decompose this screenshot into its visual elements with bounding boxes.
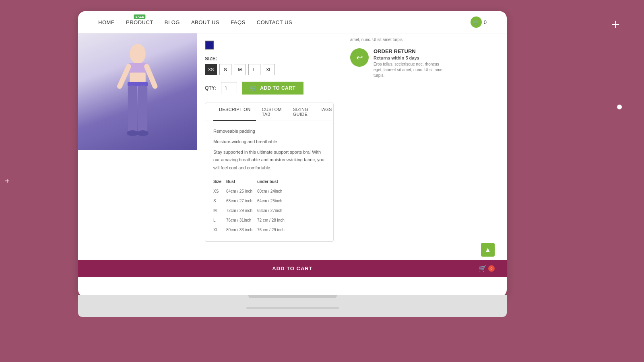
order-return-text: ORDER RETURN Returns within 5 days Eros … [374,48,446,78]
size-s[interactable]: S [219,64,231,75]
svg-rect-6 [128,86,137,133]
qty-label: QTY: [205,85,216,91]
sale-badge: SALE [134,14,145,19]
desc-bullet-3: Stay supported in this ultimate support … [213,148,325,172]
table-header-size: Size [213,177,226,187]
table-cell: 64cm / 25inch [257,196,289,206]
plus-icon-left: + [5,177,10,186]
product-image [78,33,197,150]
product-details: SIZE: XS S M L XL QTY: 🛒 ADD TO CART [197,33,342,297]
nav-blog[interactable]: BLOG [165,19,180,25]
svg-point-8 [127,130,138,136]
size-xs[interactable]: XS [205,64,217,75]
table-cell: 60cm / 24inch [257,187,289,196]
svg-rect-4 [130,72,145,83]
desc-bullet-2: Moisture-wicking and breathable [213,138,325,146]
tab-reviews[interactable]: REVIEWS [338,103,342,121]
table-cell: 68cm / 27 inch [226,196,257,206]
order-return-subtitle: Returns within 5 days [374,56,446,60]
size-table: Size Bust under bust XS64cm / 25 inch60c… [213,177,289,235]
product-image-section [78,33,197,297]
sticky-cart-wrap: 🛒 0 [479,265,495,272]
tab-description[interactable]: DESCRIPTION [213,103,256,121]
desc-bullet-1: Removeable padding [213,128,325,136]
sticky-cart-icon: 🛒 [479,265,487,272]
qty-row: QTY: 🛒 ADD TO CART [205,82,334,95]
size-xl[interactable]: XL [263,64,275,75]
laptop-container: HOME SALE PRODUCT BLOG ABOUT US FAQS CON… [78,11,507,317]
product-figure-svg [105,39,170,144]
color-swatch-blue[interactable] [205,41,214,49]
order-return-desc: Eros tellus, scelerisque nec, rhoncus eg… [374,62,446,78]
sticky-bar-label: ADD TO CART [272,265,312,272]
tab-tags[interactable]: TAGS [314,103,337,121]
sticky-cart-badge: 0 [488,265,495,272]
table-cell: 68cm / 27inch [257,206,289,216]
table-header-underbust: under bust [257,177,289,187]
table-row: L76cm / 31inch72 cm / 28 inch [213,216,289,225]
svg-line-2 [120,66,128,86]
nav-faqs[interactable]: FAQS [231,19,246,25]
tab-custom-tab[interactable]: CUSTOM TAB [256,103,287,121]
size-m[interactable]: M [234,64,246,75]
table-header-bust: Bust [226,177,257,187]
content-area: SIZE: XS S M L XL QTY: 🛒 ADD TO CART [78,33,507,297]
scroll-top-button[interactable]: ▲ [481,243,495,257]
tabs-row: DESCRIPTION CUSTOM TAB SIZING GUIDE TAGS… [205,103,333,121]
cart-icon: 🛒 [471,16,482,28]
table-row: XL80cm / 33 inch76 cm / 29 inch [213,225,289,235]
svg-line-3 [147,66,155,86]
table-row: XS64cm / 25 inch60cm / 24inch [213,187,289,196]
order-return-icon: ↩ [350,48,369,67]
table-cell: 80cm / 33 inch [226,225,257,235]
dot-decoration [617,105,622,109]
table-cell: XL [213,225,226,235]
add-to-cart-button[interactable]: 🛒 ADD TO CART [242,82,303,95]
plus-icon-top-right: + [611,16,620,33]
table-cell: 64cm / 25 inch [226,187,257,196]
nav-contact[interactable]: CONTACT US [257,19,292,25]
scroll-bar[interactable] [246,307,339,309]
table-cell: L [213,216,226,225]
tabs-section: DESCRIPTION CUSTOM TAB SIZING GUIDE TAGS… [205,103,334,242]
size-label: SIZE: [205,56,334,62]
tab-sizing-guide[interactable]: SIZING GUIDE [287,103,314,121]
laptop-base [78,295,507,317]
size-options: XS S M L XL [205,64,334,75]
product-info-right: amet, nunc. Ut sit amet turpis. ↩ ORDER … [342,33,454,297]
qty-input[interactable] [221,82,237,94]
cart-count: 0 [484,19,487,25]
order-return-card: ↩ ORDER RETURN Returns within 5 days Ero… [350,48,446,78]
table-row: S68cm / 27 inch64cm / 25inch [213,196,289,206]
cart-btn-icon: 🛒 [250,85,257,91]
nav-product[interactable]: PRODUCT [126,19,153,25]
info-top-text: amet, nunc. Ut sit amet turpis. [350,37,446,42]
svg-point-0 [130,44,145,64]
size-l[interactable]: L [248,64,260,75]
navbar: HOME SALE PRODUCT BLOG ABOUT US FAQS CON… [78,11,507,33]
laptop-screen: HOME SALE PRODUCT BLOG ABOUT US FAQS CON… [78,11,507,297]
nav-about[interactable]: ABOUT US [191,19,219,25]
nav-product-wrap: SALE PRODUCT [126,19,153,26]
nav-links: HOME SALE PRODUCT BLOG ABOUT US FAQS CON… [98,19,471,26]
tab-content-description: Removeable padding Moisture-wicking and … [205,121,333,241]
table-cell: S [213,196,226,206]
svg-point-9 [137,130,149,136]
scroll-top-icon: ▲ [485,246,491,253]
nav-home[interactable]: HOME [98,19,115,25]
table-cell: 72 cm / 28 inch [257,216,289,225]
table-cell: XS [213,187,226,196]
table-row: M72cm / 29 inch68cm / 27inch [213,206,289,216]
table-cell: M [213,206,226,216]
cart-icon-wrap[interactable]: 🛒 0 [471,16,487,28]
sticky-add-to-cart-bar[interactable]: ADD TO CART 🛒 0 [78,260,507,277]
order-return-title: ORDER RETURN [374,48,446,54]
add-to-cart-label: ADD TO CART [260,85,295,91]
laptop-hinge [248,295,337,298]
svg-rect-1 [128,63,147,74]
table-cell: 72cm / 29 inch [226,206,257,216]
svg-rect-7 [138,86,147,133]
table-cell: 76cm / 31inch [226,216,257,225]
table-cell: 76 cm / 29 inch [257,225,289,235]
